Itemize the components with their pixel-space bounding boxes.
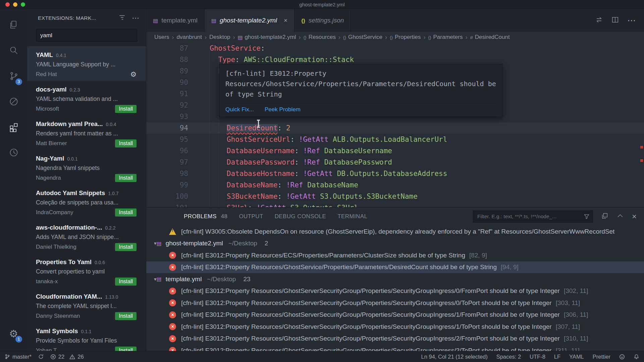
- extension-item[interactable]: aws-cloudformation-...0.2.2Adds YAML and…: [27, 219, 146, 253]
- breadcrumb-item[interactable]: {}Resources: [304, 34, 336, 41]
- indentation-indicator[interactable]: Spaces: 2: [496, 354, 521, 360]
- source-control-icon[interactable]: 3: [0, 63, 27, 89]
- problem-row[interactable]: ×[cfn-lint] E3012:Property Resources/ECS…: [146, 249, 644, 261]
- problem-row[interactable]: ×[cfn-lint] E3012:Property Resources/Gho…: [146, 297, 644, 309]
- maximize-panel-icon[interactable]: [616, 212, 624, 221]
- eol-indicator[interactable]: LF: [554, 354, 560, 360]
- git-branch-indicator[interactable]: master*: [5, 354, 32, 360]
- formatter-indicator[interactable]: Prettier: [593, 354, 610, 360]
- breadcrumb-item[interactable]: {}Parameters: [428, 34, 463, 41]
- install-button[interactable]: Install: [115, 208, 137, 217]
- install-button[interactable]: Install: [115, 243, 137, 251]
- title-bar[interactable]: ghost-template2.yml: [0, 0, 644, 9]
- install-button[interactable]: Install: [115, 174, 137, 182]
- extension-item[interactable]: Properties To Yaml0.0.6Convert propertie…: [27, 253, 146, 288]
- extension-item[interactable]: Yaml Symbols0.1.1Provide Symbols for Yam…: [27, 322, 146, 351]
- extension-footer-row: Danny SteenmanInstall: [36, 312, 138, 320]
- cursor-position[interactable]: Ln 94, Col 21 (12 selected): [421, 354, 488, 360]
- extensions-icon[interactable]: [0, 114, 27, 140]
- code-line[interactable]: 99 DatabaseName: !Ref DatabaseName: [146, 179, 644, 191]
- problem-row[interactable]: ×[cfn-lint] E3012:Property Resources/Gho…: [146, 261, 644, 274]
- open-changes-icon[interactable]: [595, 16, 603, 25]
- code-line[interactable]: 97 DatabasePassword: !Ref DatabasePasswo…: [146, 157, 644, 168]
- breadcrumb-item[interactable]: #DesiredCount: [470, 34, 509, 41]
- breadcrumb-item[interactable]: Users: [154, 34, 169, 41]
- panel-tab-terminal[interactable]: TERMINAL: [337, 213, 367, 220]
- extension-author: Red Hat: [36, 71, 57, 78]
- extension-item[interactable]: Cloudformation YAM...1.13.0The complete …: [27, 288, 146, 322]
- editor-more-actions-icon[interactable]: ⋯: [627, 15, 636, 26]
- sidebar-more-actions-icon[interactable]: ⋯: [132, 16, 139, 20]
- explorer-icon[interactable]: [0, 12, 27, 38]
- extension-item[interactable]: YAML0.4.1YAML Language Support by ...Red…: [27, 46, 146, 81]
- sync-icon[interactable]: [38, 354, 44, 359]
- feedback-smiley-icon[interactable]: [619, 354, 625, 360]
- breadcrumb-item[interactable]: {}Properties: [390, 34, 421, 41]
- tab-settings.json[interactable]: {}settings.json: [294, 9, 351, 32]
- line-content: Type: AWS::CloudFormation::Stack: [201, 54, 354, 65]
- install-button[interactable]: Install: [115, 347, 137, 351]
- editor[interactable]: 87 GhostService:88 Type: AWS::CloudForma…: [146, 43, 644, 207]
- chevron-down-icon[interactable]: ▾: [154, 276, 157, 282]
- install-button[interactable]: Install: [115, 139, 137, 147]
- code-line[interactable]: 88 Type: AWS::CloudFormation::Stack: [146, 54, 644, 65]
- problem-row[interactable]: ×[cfn-lint] E3012:Property Resources/Gho…: [146, 345, 644, 351]
- problem-file-row[interactable]: ▾ ▤template.yml~/Desktop23: [146, 273, 644, 285]
- extension-item[interactable]: Autodoc Yaml Snippets1.0.7Coleção de sni…: [27, 184, 146, 219]
- extension-item[interactable]: Nag-Yaml0.0.1Nagendra Yaml snippetsNagen…: [27, 150, 146, 184]
- language-mode[interactable]: YAML: [569, 354, 584, 360]
- close-panel-icon[interactable]: ×: [632, 213, 637, 220]
- code-line[interactable]: 95 GhostServiceUrl: !GetAtt ALB.Outputs.…: [146, 134, 644, 145]
- code-line[interactable]: 100 S3BucketName: !GetAtt S3.Outputs.S3B…: [146, 191, 644, 202]
- install-button[interactable]: Install: [115, 312, 137, 320]
- settings-gear-icon[interactable]: ⚙ 1: [0, 321, 27, 346]
- panel-tab-debug-console[interactable]: DEBUG CONSOLE: [275, 213, 326, 220]
- notifications-bell-icon[interactable]: [634, 354, 639, 360]
- panel-tab-output[interactable]: OUTPUT: [239, 213, 263, 220]
- problems-filter-input[interactable]: [473, 210, 593, 223]
- code-line[interactable]: 101 S3Url: !GetAtt S3.Outputs.S3Url: [146, 202, 644, 207]
- breadcrumb-item[interactable]: dvanbrunt: [176, 34, 202, 41]
- collapse-all-icon[interactable]: [601, 212, 608, 221]
- panel-tab-problems[interactable]: PROBLEMS48: [184, 213, 227, 220]
- problem-row[interactable]: ×[cfn-lint] E3012:Property Resources/Gho…: [146, 309, 644, 321]
- close-window-button[interactable]: [5, 2, 10, 7]
- breadcrumb-item[interactable]: {}GhostService: [343, 34, 382, 41]
- clock-icon[interactable]: [0, 140, 27, 165]
- install-button[interactable]: Install: [115, 278, 137, 286]
- filter-icon[interactable]: [584, 214, 590, 220]
- peek-problem-link[interactable]: Peek Problem: [265, 106, 301, 113]
- split-editor-icon[interactable]: [611, 16, 619, 25]
- problem-row[interactable]: ![cfn-lint] W3005:Obsolete DependsOn on …: [146, 226, 644, 238]
- breadcrumb-item[interactable]: ▤ghost-template2.yml: [237, 34, 296, 41]
- extension-search-input[interactable]: [36, 29, 137, 42]
- overview-ruler[interactable]: [639, 43, 644, 207]
- problem-row[interactable]: ×[cfn-lint] E3012:Property Resources/Gho…: [146, 285, 644, 297]
- encoding-indicator[interactable]: UTF-8: [530, 354, 545, 360]
- extension-footer-row: Daniel ThielkingInstall: [36, 243, 138, 251]
- tab-ghost-template2.yml[interactable]: ▤ghost-template2.yml×: [205, 9, 294, 32]
- extension-item[interactable]: docs-yaml0.2.3YAML schema validation and…: [27, 81, 146, 115]
- minimize-window-button[interactable]: [13, 2, 17, 7]
- chevron-down-icon[interactable]: ▾: [154, 240, 157, 246]
- tab-template.yml[interactable]: ▤template.yml: [146, 9, 205, 32]
- problem-row[interactable]: ×[cfn-lint] E3012:Property Resources/Gho…: [146, 321, 644, 333]
- code-line[interactable]: 96 DatabaseUsername: !Ref DatabaseUserna…: [146, 145, 644, 157]
- extension-manage-gear-icon[interactable]: ⚙: [130, 70, 137, 78]
- search-icon[interactable]: [0, 38, 27, 63]
- code-line[interactable]: 94 DesiredCount: 2: [146, 122, 644, 134]
- problems-indicator[interactable]: 22 26: [50, 354, 84, 360]
- code-line[interactable]: 87 GhostService:: [146, 43, 644, 54]
- problem-file-row[interactable]: ▾ ▤ghost-template2.yml~/Desktop2: [146, 238, 644, 250]
- debug-icon[interactable]: [0, 89, 27, 114]
- problem-row[interactable]: ×[cfn-lint] E3012:Property Resources/Gho…: [146, 333, 644, 345]
- close-tab-icon[interactable]: ×: [284, 17, 287, 24]
- extension-item[interactable]: Markdown yaml Prea...0.0.4Renders yaml f…: [27, 115, 146, 150]
- code-token: DatabaseHostname: [227, 170, 294, 178]
- code-line[interactable]: 98 DatabaseHostname: !GetAtt DB.Outputs.…: [146, 168, 644, 179]
- quick-fix-link[interactable]: Quick Fix...: [225, 106, 254, 113]
- breadcrumb-item[interactable]: Desktop: [209, 34, 230, 41]
- clear-extension-filter-icon[interactable]: [118, 14, 126, 22]
- zoom-window-button[interactable]: [21, 2, 25, 7]
- install-button[interactable]: Install: [115, 105, 137, 113]
